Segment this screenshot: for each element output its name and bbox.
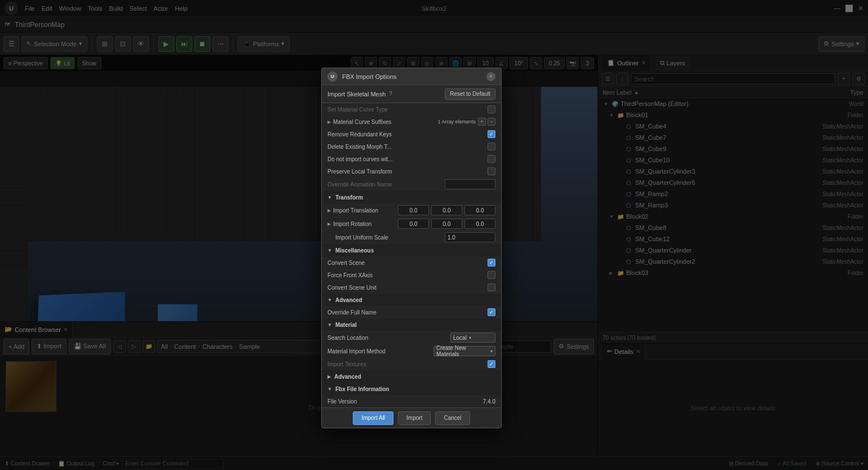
tree-item-block03[interactable]: ▶ 📁 Block03 Folder (598, 267, 868, 278)
menu-file[interactable]: File (25, 5, 35, 12)
translation-z-input[interactable] (464, 205, 495, 215)
import-textures-checkbox[interactable] (488, 360, 495, 368)
rotation-x-input[interactable] (398, 219, 429, 229)
expand-icon[interactable]: ▶ (327, 119, 331, 125)
menu-window[interactable]: Window (59, 5, 81, 12)
vp-scale-icon[interactable]: ⤡ (530, 57, 542, 69)
tree-item-block01[interactable]: ▼ 📁 Block01 Folder (598, 109, 868, 121)
cb-add-btn[interactable]: + Add (3, 339, 29, 354)
list-item[interactable]: ⬡ SM_Cube12 StaticMeshActor (598, 233, 868, 245)
cb-settings-btn[interactable]: ⚙ Settings (553, 339, 594, 354)
transform-section[interactable]: ▼ Transform (322, 191, 501, 203)
material-section[interactable]: ▼ Material (322, 318, 501, 331)
content-browser-tab[interactable]: 📂 Content Browser ✕ (0, 322, 73, 338)
path-sample[interactable]: Sample (239, 343, 260, 350)
import-all-button[interactable]: Import All (353, 411, 393, 425)
cancel-button[interactable]: Cancel (435, 411, 470, 425)
toolbar-placement-btn[interactable]: ⊞ (97, 36, 113, 52)
list-item[interactable]: ⬡ SM_QuarterCylinder2 StaticMeshActor (598, 256, 868, 267)
cmd-label[interactable]: Cmd ▾ (103, 460, 119, 467)
cb-forward-btn[interactable]: ▷ (128, 340, 140, 353)
array-remove-btn[interactable]: − (488, 118, 495, 126)
material-import-dropdown[interactable]: Create New Materials ▾ (433, 346, 495, 356)
list-item[interactable]: ⬡ SM_Cube4 StaticMeshActor (598, 121, 868, 132)
toolbar-snap-btn[interactable]: ⊡ (115, 36, 131, 52)
override-full-name-checkbox[interactable] (488, 308, 495, 316)
list-item[interactable]: ⬡ SM_Cube10 StaticMeshActor (598, 154, 868, 166)
source-control-btn[interactable]: ⊕ Source Control ▾ (816, 460, 863, 467)
console-input[interactable] (122, 459, 224, 469)
delete-morph-checkbox[interactable] (488, 143, 495, 150)
minimize-button[interactable]: — (834, 5, 840, 12)
fbx-reset-button[interactable]: Reset to Default (445, 88, 495, 100)
preserve-transform-checkbox[interactable] (488, 167, 495, 175)
selection-mode-btn[interactable]: ↖ Selection Mode ▾ (21, 36, 87, 52)
toolbar-mode-btn[interactable]: ☰ (3, 36, 19, 52)
outliner-settings-btn[interactable]: ⚙ (852, 73, 865, 85)
path-content[interactable]: Content (174, 343, 196, 350)
list-item[interactable]: ⬡ SM_QuarterCylinder3 StaticMeshActor (598, 166, 868, 177)
menu-help[interactable]: Help (175, 5, 188, 12)
search-location-dropdown[interactable]: Local ▾ (450, 332, 495, 343)
expand-icon[interactable]: ▶ (327, 221, 331, 227)
list-item[interactable]: ⬡ SM_Cube9 StaticMeshActor (598, 143, 868, 154)
asset-thumbnail[interactable] (6, 361, 56, 412)
play-button[interactable]: ▶ (158, 36, 174, 52)
lit-btn[interactable]: 💡 Lit (50, 57, 75, 69)
vp-camera-icon[interactable]: 📷 (566, 57, 579, 69)
fbx-file-info-section[interactable]: ▼ Fbx File Information (322, 383, 501, 395)
list-item[interactable]: ⬡ SM_Cube8 StaticMeshActor (598, 222, 868, 233)
list-item[interactable]: ⬡ SM_QuarterCylinder StaticMeshActor (598, 245, 868, 256)
outliner-close[interactable]: ✕ (641, 60, 646, 66)
cb-import-btn[interactable]: ⬆ Import (32, 339, 66, 354)
cb-save-all-btn[interactable]: 💾 Save All (69, 339, 111, 354)
translation-y-input[interactable] (431, 205, 462, 215)
list-item[interactable]: ⬡ SM_Cube7 StaticMeshActor (598, 132, 868, 143)
menu-select[interactable]: Select (130, 5, 147, 12)
list-item[interactable]: ⬡ SM_QuarterCylinder6 StaticMeshActor (598, 177, 868, 188)
rotation-y-input[interactable] (431, 219, 462, 229)
tree-item-world[interactable]: ▼ 🌍 ThirdPersonMap (Editor) World (598, 98, 868, 109)
rotation-z-input[interactable] (464, 219, 495, 229)
path-all[interactable]: All (161, 343, 168, 350)
menu-tools[interactable]: Tools (88, 5, 103, 12)
close-button[interactable]: ✕ (858, 5, 863, 12)
advanced-anim-section[interactable]: ▼ Advanced (322, 294, 501, 306)
advanced-mat-section[interactable]: ▶ Advanced (322, 370, 501, 383)
menu-edit[interactable]: Edit (42, 5, 52, 12)
uniform-scale-input[interactable] (445, 232, 495, 242)
stop-button[interactable]: ⏹ (194, 36, 210, 52)
settings-btn[interactable]: ⚙ Settings ▾ (818, 36, 865, 52)
step-button[interactable]: ⏭ (176, 36, 192, 52)
layers-tab[interactable]: ⧉ Layers (656, 55, 690, 71)
perspective-btn[interactable]: ≡ Perspective (3, 57, 48, 69)
force-front-checkbox[interactable] (488, 271, 495, 279)
content-drawer-btn[interactable]: ⬆ Content Drawer (5, 460, 50, 467)
cb-back-btn[interactable]: ◁ (113, 340, 126, 353)
translation-x-input[interactable] (398, 205, 429, 215)
list-item[interactable]: ⬡ SM_Ramp2 StaticMeshActor (598, 188, 868, 199)
camera-num[interactable]: 3 (581, 57, 594, 69)
angle-num[interactable]: 10° (510, 57, 528, 69)
show-btn[interactable]: Show (77, 57, 101, 69)
no-import-curves-checkbox[interactable] (488, 155, 495, 163)
platforms-btn[interactable]: 📱 Platforms ▾ (238, 36, 290, 52)
scale-num[interactable]: 0.25 (544, 57, 565, 69)
cb-folder-btn[interactable]: 📁 (143, 340, 155, 353)
path-characters[interactable]: Characters (202, 343, 233, 350)
launch-options-btn[interactable]: ⋯ (212, 36, 228, 52)
outliner-tab[interactable]: 📋 Outliner ✕ (603, 55, 651, 71)
toolbar-view-btn[interactable]: 👁 (133, 36, 149, 52)
details-tab[interactable]: ✏ Details ✕ (603, 344, 645, 360)
expand-icon[interactable]: ▶ (327, 208, 331, 213)
cb-close[interactable]: ✕ (63, 326, 68, 332)
restore-button[interactable]: ⬜ (845, 5, 853, 12)
miscellaneous-section[interactable]: ▼ Miscellaneous (322, 244, 501, 256)
array-add-btn[interactable]: + (478, 118, 486, 126)
fbx-close-button[interactable]: × (486, 72, 495, 81)
fbx-help-icon[interactable]: ? (389, 91, 392, 97)
override-anim-name-input[interactable] (445, 179, 495, 189)
convert-unit-checkbox[interactable] (488, 283, 495, 291)
tree-item-block02[interactable]: ▼ 📁 Block02 Folder (598, 211, 868, 222)
details-close[interactable]: ✕ (636, 348, 640, 354)
